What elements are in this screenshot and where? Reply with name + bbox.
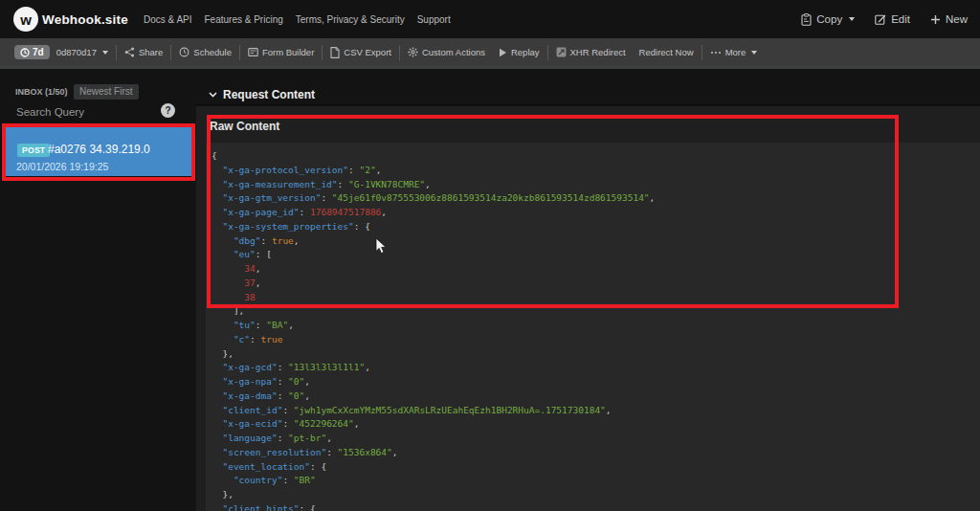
copy-button[interactable]: Copy xyxy=(801,13,855,26)
nav-item-docs-api[interactable]: Docs & API xyxy=(144,11,192,29)
code-line: }, xyxy=(212,347,980,362)
nav-item-features-pricing[interactable]: Features & Pricing xyxy=(205,11,283,29)
toolbar-schedule-button[interactable]: Schedule xyxy=(172,47,238,57)
brand[interactable]: w Webhook.site xyxy=(13,7,128,32)
top-nav: w Webhook.site Docs & APIFeatures & Pric… xyxy=(0,0,980,38)
code-line: "client_hints": { xyxy=(212,502,980,511)
code-line: "x-ga-page_id": 1768947517886, xyxy=(212,206,980,220)
code-line: { xyxy=(212,149,980,164)
toolbar-share-button[interactable]: Share xyxy=(118,47,169,57)
toolbar-replay-button[interactable]: Replay xyxy=(492,47,546,57)
toolbar-more-label: More xyxy=(725,47,746,57)
toolbar-separator xyxy=(702,45,702,60)
help-icon[interactable]: ? xyxy=(161,103,175,118)
file-icon xyxy=(330,47,340,58)
request-timestamp: 20/01/2026 19:19:25 xyxy=(16,161,108,172)
toolbar-replay-label: Replay xyxy=(511,47,540,57)
brand-name: Webhook.site xyxy=(42,12,128,27)
code-line: 34, xyxy=(212,262,980,277)
code-line: "language": "pt-br", xyxy=(212,432,980,446)
clock2-icon xyxy=(179,47,189,57)
code-line: "x-ga-gtm_version": "45je61f0v875553006z… xyxy=(212,191,980,206)
toolbar-redirect-now-button[interactable]: Redirect Now xyxy=(633,47,701,57)
nav-menu: Docs & APIFeatures & PricingTerms, Priva… xyxy=(144,11,451,29)
code-line: "dbg": true, xyxy=(212,234,980,249)
code-line: "c": true xyxy=(212,333,980,347)
code-line: "screen_resolution": "1536x864", xyxy=(212,446,980,460)
toolbar-0d870d17-label: 0d870d17 xyxy=(56,47,97,57)
toolbar-custom-actions-label: Custom Actions xyxy=(422,47,485,57)
caret-down-icon xyxy=(751,51,757,55)
edit-button[interactable]: Edit xyxy=(875,13,910,25)
xhr-icon xyxy=(556,47,567,57)
code-line: "x-ga-ecid": "452296264", xyxy=(212,417,980,432)
plus-icon xyxy=(930,14,941,25)
code-line: 38 xyxy=(212,291,980,305)
form-icon xyxy=(248,47,258,57)
toolbar-separator xyxy=(239,45,240,60)
toolbar-xhr-redirect-button[interactable]: XHR Redirect xyxy=(549,47,633,57)
gear-icon xyxy=(408,47,418,57)
toolbar-share-label: Share xyxy=(139,47,163,57)
request-content-title: Request Content xyxy=(223,88,315,101)
toolbar-form-builder-label: Form Builder xyxy=(262,47,314,57)
toolbar-csv-export-button[interactable]: CSV Export xyxy=(323,47,398,58)
inbox-label: INBOX (1/50) xyxy=(15,87,68,97)
share-icon xyxy=(124,47,135,57)
sidebar: INBOX (1/50) Newest First ? POST #a0276 … xyxy=(0,69,195,511)
ellipsis-icon xyxy=(710,51,722,55)
nav-item-support[interactable]: Support xyxy=(417,11,451,29)
raw-content-code[interactable]: { "x-ga-protocol_version": "2", "x-ga-me… xyxy=(206,143,980,511)
method-badge: POST xyxy=(17,144,50,157)
code-line: "x-ga-system_properties": { xyxy=(212,220,980,234)
toolbar-csv-export-label: CSV Export xyxy=(344,47,391,57)
chevron-down-icon xyxy=(209,92,217,98)
sort-newest-first-button[interactable]: Newest First xyxy=(74,84,139,100)
url-toolbar: 7d0d870d17ShareScheduleForm BuilderCSV E… xyxy=(0,38,980,66)
toolbar-7d-badge[interactable]: 7d xyxy=(14,45,50,59)
code-line: "x-ga-gcd": "13l3l3l3l1l1", xyxy=(212,361,980,375)
clock-icon xyxy=(20,48,30,57)
toolbar-redirect-now-label: Redirect Now xyxy=(639,47,694,57)
toolbar-separator xyxy=(547,45,548,60)
raw-content-title: Raw Content xyxy=(210,120,279,133)
code-line: ], xyxy=(212,304,980,319)
caret-down-icon xyxy=(102,51,108,55)
new-label: New xyxy=(946,13,968,25)
code-line: "x-ga-measurement_id": "G-1VKN78CMRE", xyxy=(212,178,980,192)
request-list-item[interactable]: POST #a0276 34.39.219.0 20/01/2026 19:19… xyxy=(6,127,191,177)
code-line: 37, xyxy=(212,277,980,291)
request-content-header[interactable]: Request Content xyxy=(195,85,980,105)
code-line: "x-ga-npa": "0", xyxy=(212,375,980,389)
raw-content-card: Raw Content { "x-ga-protocol_version": "… xyxy=(196,106,980,511)
main-content: Request Content Raw Content { "x-ga-prot… xyxy=(195,69,980,511)
toolbar-separator xyxy=(399,45,400,60)
toolbar-form-builder-button[interactable]: Form Builder xyxy=(241,47,321,57)
toolbar-0d870d17-button[interactable]: 0d870d17 xyxy=(50,47,115,57)
toolbar-xhr-redirect-label: XHR Redirect xyxy=(570,47,626,57)
copy-label: Copy xyxy=(816,13,842,25)
toolbar-more-button[interactable]: More xyxy=(703,47,765,57)
toolbar-separator xyxy=(116,45,117,60)
code-line: "x-ga-protocol_version": "2", xyxy=(212,164,980,178)
code-line: }, xyxy=(212,488,980,502)
caret-down-icon xyxy=(849,17,855,21)
code-line: "country": "BR" xyxy=(212,474,980,488)
code-line: "client_id": "jwh1ymCxXcmYMzM55sdXARsLRz… xyxy=(212,404,980,418)
toolbar-separator xyxy=(170,45,171,60)
code-line: "x-ga-dma": "0", xyxy=(212,389,980,404)
nav-actions: CopyEditNew xyxy=(801,13,968,26)
clipboard-icon xyxy=(801,13,812,26)
nav-item-terms-privacy-security[interactable]: Terms, Privacy & Security xyxy=(296,11,405,29)
request-title: #a0276 34.39.219.0 xyxy=(48,143,150,156)
new-button[interactable]: New xyxy=(930,13,968,25)
play-icon xyxy=(499,48,507,57)
toolbar-schedule-label: Schedule xyxy=(193,47,232,57)
webhook-logo-icon: w xyxy=(13,7,38,32)
toolbar-custom-actions-button[interactable]: Custom Actions xyxy=(401,47,492,57)
code-line: "tu": "BA", xyxy=(212,319,980,333)
toolbar-7d-label: 7d xyxy=(33,47,44,57)
toolbar-separator xyxy=(322,45,323,60)
edit-label: Edit xyxy=(891,13,910,25)
search-input[interactable] xyxy=(15,104,156,124)
